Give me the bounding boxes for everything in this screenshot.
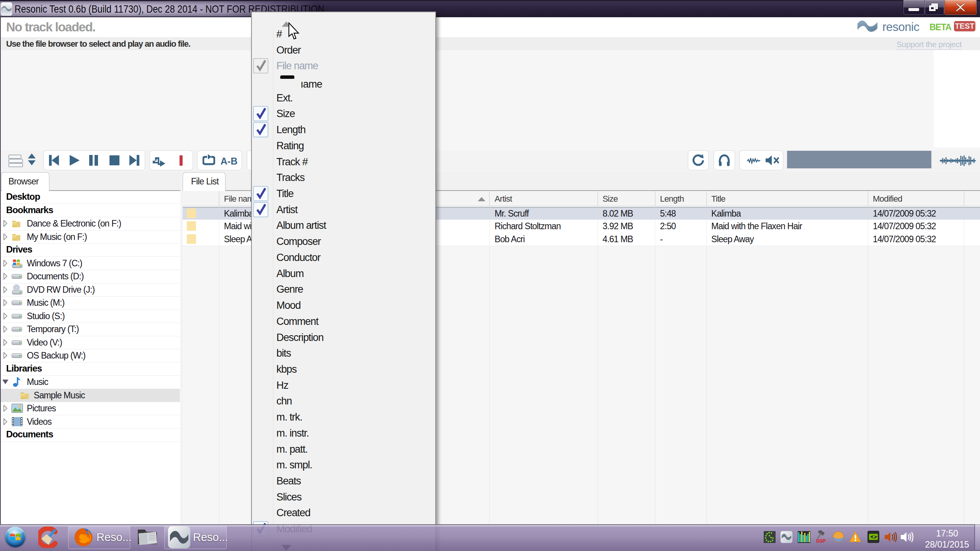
svg-text:DSP: DSP <box>816 538 826 543</box>
